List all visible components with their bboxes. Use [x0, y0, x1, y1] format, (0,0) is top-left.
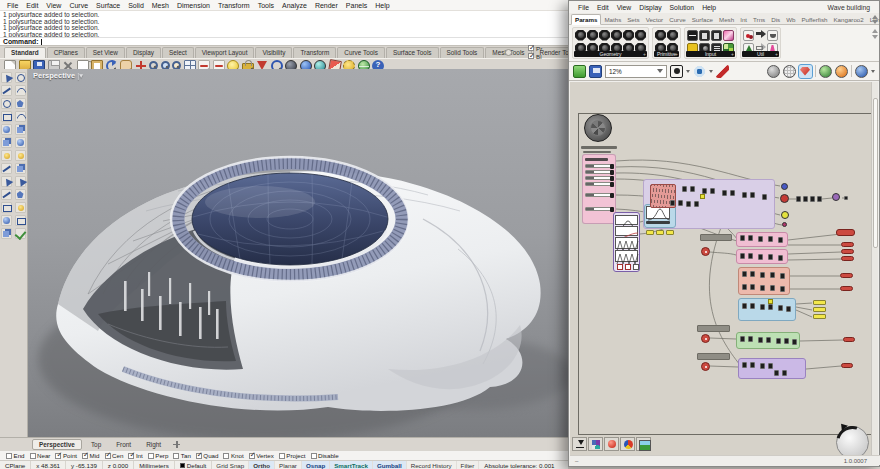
teapot-icon[interactable]	[767, 30, 778, 41]
conic-icon[interactable]	[15, 111, 26, 122]
gh-node[interactable]	[778, 255, 783, 261]
preview-rendered-icon[interactable]	[855, 65, 868, 78]
toolbar-tab-surface-tools[interactable]: Surface Tools	[386, 47, 439, 58]
menu-panels[interactable]: Panels	[342, 2, 371, 9]
toolbar-tab-solid-tools[interactable]: Solid Tools	[440, 47, 485, 58]
menu-curve[interactable]: Curve	[65, 2, 92, 9]
gh-menu-edit[interactable]: Edit	[593, 4, 613, 11]
menu-analyze[interactable]: Analyze	[278, 2, 311, 9]
units-indicator[interactable]: Millimeters	[134, 461, 175, 469]
gh-node[interactable]	[760, 304, 765, 310]
number-slider[interactable]	[585, 164, 611, 168]
preview-off-icon[interactable]	[767, 65, 780, 78]
gh-tab-surface[interactable]: Surface	[689, 15, 716, 24]
viewport-tab-perspective[interactable]: Perspective	[32, 439, 82, 450]
toolbar-tab-select[interactable]: Select	[162, 47, 194, 58]
gh-tab-maths[interactable]: Maths	[601, 15, 624, 24]
gh-node[interactable]	[750, 362, 755, 368]
gh-node[interactable]	[760, 363, 765, 369]
analyze-check-icon[interactable]	[1, 228, 12, 239]
radar-widget[interactable]	[584, 114, 612, 142]
collapsed-group-bar[interactable]	[697, 325, 730, 332]
toolbar-tab-viewport-layout[interactable]: Viewport Layout	[195, 47, 255, 58]
ribbon-scroll-arrows[interactable]	[872, 29, 878, 39]
gh-tab-pufferfish[interactable]: Pufferfish	[798, 15, 830, 24]
output-badge[interactable]	[840, 286, 853, 291]
gh-node[interactable]	[792, 339, 797, 345]
number-param-icon[interactable]	[667, 30, 678, 41]
ellipse-icon[interactable]	[15, 124, 26, 135]
gh-node[interactable]	[768, 363, 773, 369]
gh-node[interactable]	[770, 285, 775, 291]
gh-node[interactable]	[750, 192, 755, 198]
toggle-grid-snap[interactable]: Grid Snap	[212, 461, 249, 469]
osnap-near[interactable]: Near	[30, 452, 51, 459]
output-badge[interactable]	[836, 229, 855, 236]
gh-node[interactable]	[740, 253, 745, 259]
gh-node[interactable]	[780, 286, 785, 292]
box-solid-icon[interactable]	[1, 176, 12, 187]
surface-plane-icon[interactable]	[1, 150, 12, 161]
yellow-param-node[interactable]	[781, 211, 789, 219]
cplane-indicator[interactable]: CPlane	[0, 461, 31, 469]
panel-yellow[interactable]	[813, 300, 826, 305]
gh-node[interactable]	[758, 236, 763, 242]
output-badge[interactable]	[841, 249, 854, 254]
gh-node[interactable]	[750, 271, 755, 277]
menu-view[interactable]: View	[42, 2, 65, 9]
preview-material-icon[interactable]	[819, 65, 832, 78]
fillet-edge-icon[interactable]	[15, 189, 26, 200]
gh-node[interactable]	[750, 303, 755, 309]
number-slider[interactable]	[585, 170, 611, 174]
menu-tools[interactable]: Tools	[254, 2, 278, 9]
canvas-vertical-scrollbar[interactable]	[871, 82, 878, 457]
zoom-level-select[interactable]: 12%	[605, 65, 667, 78]
output-badge[interactable]	[840, 273, 853, 278]
gh-node[interactable]	[710, 188, 715, 194]
magenta-param-node[interactable]	[782, 222, 787, 227]
menu-file[interactable]: File	[3, 2, 22, 9]
osnap-project[interactable]: Project	[279, 452, 306, 459]
cherry-picker-icon[interactable]	[743, 30, 754, 41]
jump-arrow-icon[interactable]	[755, 30, 766, 41]
red-param-node[interactable]	[780, 194, 789, 203]
move-icon[interactable]	[1, 202, 12, 213]
preview-shaded-icon[interactable]	[799, 65, 812, 78]
revolve-icon[interactable]	[15, 163, 26, 174]
toggle-cell[interactable]	[633, 264, 639, 270]
viewport-title[interactable]: Perspective |▾	[33, 71, 83, 80]
point-param-icon[interactable]	[575, 30, 586, 41]
red-ball-widget-icon[interactable]	[604, 437, 619, 451]
toolbar-tab-curve-tools[interactable]: Curve Tools	[337, 47, 385, 58]
gh-tab-curve[interactable]: Curve	[666, 15, 689, 24]
menu-edit[interactable]: Edit	[22, 2, 42, 9]
gh-node[interactable]	[690, 186, 695, 192]
viewport-tab-front[interactable]: Front	[110, 440, 137, 449]
graph-mapper[interactable]	[615, 226, 638, 236]
gradient-icon[interactable]	[723, 30, 734, 41]
panel-yellow[interactable]	[813, 314, 826, 319]
freeform-curve-icon[interactable]	[1, 124, 12, 135]
scrollbar-thumb[interactable]	[873, 98, 878, 248]
toggle-cell[interactable]	[625, 264, 631, 270]
gh-menu-display[interactable]: Display	[635, 4, 665, 11]
preview-artistic-icon[interactable]	[835, 65, 848, 78]
gh-node[interactable]	[740, 235, 745, 241]
osnap-cen[interactable]: Cen	[105, 452, 124, 459]
gh-canvas[interactable]	[570, 82, 873, 457]
select-arrow-icon[interactable]	[1, 72, 12, 83]
gh-node[interactable]	[760, 285, 765, 291]
plane-param-icon[interactable]	[587, 30, 598, 41]
rotate-icon[interactable]	[15, 202, 26, 213]
toolbar-tab-display[interactable]: Display	[126, 47, 161, 58]
circle-param-icon[interactable]	[623, 30, 634, 41]
gh-node[interactable]	[774, 370, 779, 376]
gh-tab-intersect[interactable]: Int	[737, 15, 750, 24]
number-slider-icon[interactable]	[687, 30, 698, 41]
gh-node[interactable]	[748, 253, 753, 259]
circle-icon[interactable]	[1, 98, 12, 109]
osnap-point[interactable]: Point	[55, 452, 77, 459]
toggle-osnap[interactable]: Osnap	[302, 461, 330, 469]
menu-transform[interactable]: Transform	[214, 2, 254, 9]
gh-node[interactable]	[768, 254, 773, 260]
